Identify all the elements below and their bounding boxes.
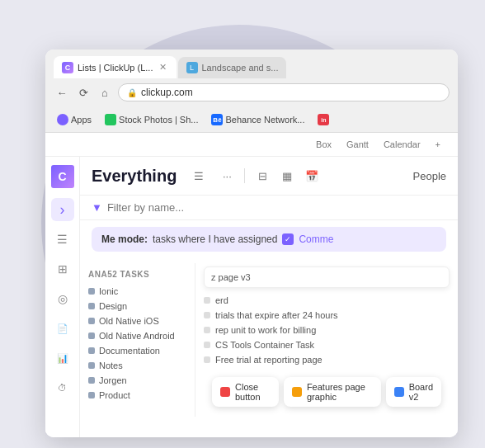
bookmark-behance[interactable]: Bē Behance Network... — [208, 112, 308, 127]
task-row-1[interactable]: erd — [204, 293, 450, 308]
list-item-ionic[interactable]: Ionic — [88, 284, 186, 299]
sidebar-logo[interactable]: C — [51, 165, 74, 188]
board-v2-dot — [394, 387, 404, 397]
list-item-product[interactable]: Product — [88, 388, 186, 403]
tab-favicon-landscape: L — [186, 62, 198, 73]
list-label-product: Product — [99, 390, 130, 400]
board-v2-card[interactable]: Board v2 — [386, 377, 441, 407]
section-header: Ana52 TASKS — [88, 266, 186, 284]
bookmark-photos-favicon — [105, 114, 116, 125]
features-graphic-label: Features page graphic — [307, 382, 373, 402]
view-toolbar: Box Gantt Calendar + — [45, 133, 458, 157]
gantt-view-btn[interactable]: Gantt — [341, 137, 374, 152]
list-label-ionic: Ionic — [99, 286, 118, 296]
tab-landscape[interactable]: L Landscape and s... — [178, 57, 287, 78]
calendar-view-icon[interactable]: 📅 — [301, 165, 323, 186]
overlay-task-label: z page v3 — [211, 272, 251, 282]
tab-title-clickup: Lists | ClickUp (L... — [78, 63, 153, 73]
task-row-2[interactable]: trials that expire after 24 hours — [204, 308, 450, 323]
browser-window: C Lists | ClickUp (L... ✕ L Landscape an… — [45, 50, 458, 437]
toolbar-right: People — [413, 170, 446, 182]
sidebar: C › ☰ ⊞ ◎ 📄 📊 ⏱ — [45, 157, 80, 437]
close-button-card[interactable]: Close button — [212, 377, 279, 407]
list-dot-notes — [88, 362, 95, 369]
task-dot-2 — [204, 312, 210, 318]
features-graphic-card[interactable]: Features page graphic — [284, 377, 381, 407]
view-icons: ⊟ ▦ 📅 — [252, 165, 323, 186]
tab-clickup[interactable]: C Lists | ClickUp (L... ✕ — [54, 56, 177, 78]
features-graphic-dot — [292, 387, 302, 397]
right-task-content: z page v3 erd trials that expire after 2… — [195, 263, 458, 417]
sidebar-icon-time[interactable]: ⏱ — [51, 376, 74, 399]
me-mode-checkbox[interactable]: ✓ — [282, 233, 294, 245]
list-label-old-native-android: Old Native Android — [99, 331, 175, 341]
bookmark-photos[interactable]: Stock Photos | Sh... — [101, 112, 201, 127]
browser-chrome: C Lists | ClickUp (L... ✕ L Landscape an… — [45, 50, 458, 133]
sidebar-icon-nav[interactable]: › — [51, 198, 74, 221]
box-view-btn[interactable]: Box — [310, 137, 337, 152]
list-item-jorgen[interactable]: Jorgen — [88, 373, 186, 388]
bookmarks-row: Apps Stock Photos | Sh... Bē Behance Net… — [54, 108, 450, 132]
board-view-icon[interactable]: ⊟ — [252, 165, 273, 186]
back-button[interactable]: ← — [54, 84, 70, 101]
sidebar-icon-inbox[interactable]: ☰ — [51, 228, 74, 251]
toolbar-separator — [244, 168, 245, 183]
filter-icon: ▼ — [92, 201, 102, 214]
list-item-old-native-ios[interactable]: Old Native iOS — [88, 314, 186, 328]
list-item-notes[interactable]: Notes — [88, 358, 186, 373]
task-list-area: Ana52 TASKS Ionic Design Old Native iOS — [80, 258, 458, 422]
sidebar-icon-docs[interactable]: 📄 — [51, 317, 74, 340]
list-label-old-native-ios: Old Native iOS — [99, 316, 159, 326]
task-row-3[interactable]: rep unit to work for billing — [204, 323, 450, 337]
calendar-view-btn[interactable]: Calendar — [378, 137, 426, 152]
task-name-1: erd — [215, 295, 228, 305]
lock-icon: 🔒 — [127, 88, 137, 97]
task-dot-4 — [204, 342, 210, 348]
tabs-row: C Lists | ClickUp (L... ✕ L Landscape an… — [54, 56, 450, 78]
page-title: Everything — [92, 167, 177, 186]
main-toolbar: Everything ☰ ··· ⊟ ▦ 📅 People — [80, 157, 458, 196]
bookmark-behance-favicon: Bē — [211, 114, 223, 125]
main-area: Everything ☰ ··· ⊟ ▦ 📅 People ▼ — [80, 157, 458, 437]
list-label-documentation: Documentation — [99, 346, 160, 356]
bookmark-behance-label: Behance Network... — [225, 115, 304, 125]
reload-button[interactable]: ⟳ — [75, 84, 92, 101]
list-item-old-native-android[interactable]: Old Native Android — [88, 328, 186, 343]
task-row-4[interactable]: CS Tools Container Task — [204, 337, 450, 352]
tab-close-clickup[interactable]: ✕ — [158, 61, 168, 73]
tooltip-cards-row: Close button Features page graphic Board… — [204, 370, 450, 413]
comment-label: Comme — [299, 233, 333, 245]
bookmark-in-favicon: in — [318, 114, 329, 125]
list-label-design: Design — [99, 301, 127, 311]
task-name-2: trials that expire after 24 hours — [215, 310, 338, 320]
list-dot-old-native-ios — [88, 318, 95, 324]
gantt-view-icon[interactable]: ▦ — [276, 165, 298, 186]
sidebar-icon-spaces[interactable]: ⊞ — [51, 257, 74, 281]
task-dot-5 — [204, 356, 210, 363]
list-label-notes: Notes — [99, 361, 123, 370]
me-mode-bold-label: Me mode: — [101, 233, 148, 245]
filter-input[interactable] — [107, 201, 446, 214]
add-view-btn[interactable]: + — [430, 137, 446, 152]
sidebar-icon-pulse[interactable]: 📊 — [51, 347, 74, 370]
more-options-icon[interactable]: ··· — [216, 165, 238, 186]
task-name-5: Free trial at reporting page — [215, 355, 323, 365]
home-button[interactable]: ⌂ — [97, 84, 113, 101]
list-dot-jorgen — [88, 377, 95, 384]
task-name-3: rep unit to work for billing — [215, 325, 316, 335]
me-mode-rest-label: tasks where I have assigned — [153, 233, 277, 245]
list-item-design[interactable]: Design — [88, 299, 186, 314]
list-item-documentation[interactable]: Documentation — [88, 343, 186, 358]
app-content: C › ☰ ⊞ ◎ 📄 📊 ⏱ Everything ☰ ··· ⊟ ▦ 📅 — [45, 157, 458, 437]
bookmark-apps[interactable]: Apps — [54, 112, 95, 127]
address-bar-row: ← ⟳ ⌂ 🔒 clickup.com — [54, 78, 450, 108]
list-dot-old-native-android — [88, 332, 95, 339]
list-label-jorgen: Jorgen — [99, 375, 127, 385]
task-row-5[interactable]: Free trial at reporting page — [204, 352, 450, 367]
close-button-dot — [220, 387, 230, 397]
address-bar[interactable]: 🔒 clickup.com — [118, 83, 450, 101]
list-icon[interactable]: ☰ — [188, 165, 210, 186]
bookmark-in[interactable]: in — [314, 112, 332, 127]
bookmark-apps-favicon — [57, 114, 68, 125]
sidebar-icon-goals[interactable]: ◎ — [51, 287, 74, 310]
